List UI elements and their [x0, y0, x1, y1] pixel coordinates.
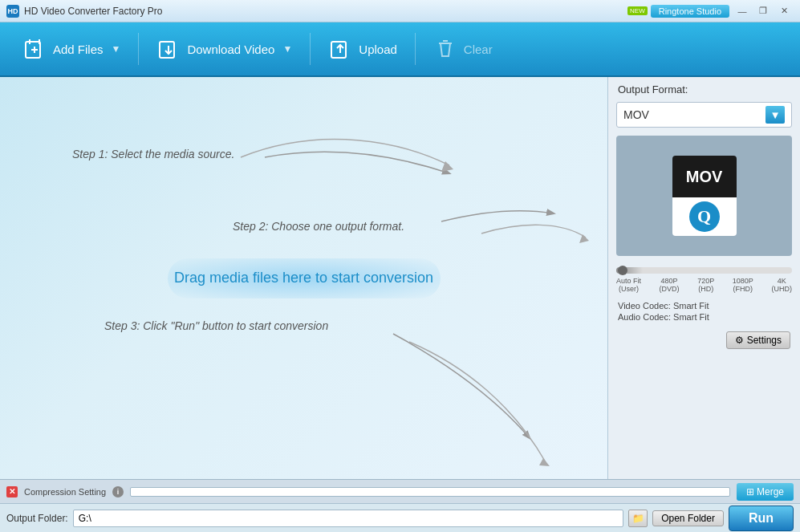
window-controls: — ❐ ✕	[733, 4, 794, 18]
output-folder-label: Output Folder:	[6, 513, 68, 524]
step3-text: Step 3: Click "Run" button to start conv…	[104, 319, 328, 332]
quicktime-circle: Q	[689, 201, 720, 232]
download-video-icon	[156, 37, 181, 61]
quality-480p: 480P(DVD)	[660, 277, 680, 293]
footer-right: Open Folder Run	[652, 506, 794, 531]
clear-icon	[433, 37, 457, 61]
clear-button[interactable]: Clear	[419, 29, 507, 69]
svg-rect-7	[331, 42, 346, 58]
add-files-chevron: ▼	[112, 43, 121, 55]
codec-info: Video Codec: Smart Fit Audio Codec: Smar…	[608, 296, 800, 328]
canvas-area[interactable]: Step 1: Select the media source. Step 2:…	[0, 77, 607, 479]
quality-section: Auto Fit(User) 480P(DVD) 720P(HD) 1080P(…	[608, 261, 800, 296]
ringtone-studio-button[interactable]: Ringtone Studio	[651, 5, 729, 18]
close-button[interactable]: ✕	[774, 4, 794, 18]
app-title: HD Video Converter Factory Pro	[24, 6, 163, 17]
minimize-button[interactable]: —	[733, 4, 752, 18]
audio-codec-label: Audio Codec: Smart Fit	[618, 312, 790, 322]
run-button[interactable]: Run	[729, 506, 794, 531]
download-video-button[interactable]: Download Video ▼	[142, 29, 307, 69]
quality-autofit: Auto Fit(User)	[616, 277, 641, 293]
restore-button[interactable]: ❐	[753, 4, 773, 18]
step1-text: Step 1: Select the media source.	[72, 148, 234, 160]
footer: Output Folder: 📁 Open Folder Run	[0, 503, 800, 532]
progress-bar	[130, 487, 730, 497]
quality-slider-track[interactable]	[616, 267, 792, 274]
format-selector[interactable]: MOV ▼	[616, 102, 792, 128]
info-icon[interactable]: i	[112, 486, 124, 497]
output-folder-input[interactable]	[73, 510, 623, 527]
add-files-button[interactable]: Add Files ▼	[8, 29, 135, 69]
mov-icon-label: MOV	[672, 156, 737, 197]
svg-rect-5	[160, 42, 174, 58]
step2-text: Step 2: Choose one output format.	[233, 220, 404, 233]
compression-label: Compression Setting	[24, 487, 106, 497]
mov-icon: MOV Q	[668, 156, 741, 236]
settings-section: ⚙ Settings	[618, 331, 790, 349]
main-area: Step 1: Select the media source. Step 2:…	[0, 77, 800, 479]
video-codec-label: Video Codec: Smart Fit	[618, 301, 790, 311]
drop-zone[interactable]: Drag media files here to start conversio…	[168, 258, 441, 298]
download-video-chevron: ▼	[282, 43, 292, 55]
quality-1080p: 1080P(FHD)	[733, 277, 753, 293]
open-folder-button[interactable]: Open Folder	[652, 510, 724, 526]
quicktime-q: Q	[697, 206, 711, 227]
title-bar: HD HD Video Converter Factory Pro NEW Ri…	[0, 0, 800, 22]
toolbar-separator-2	[310, 33, 311, 65]
right-panel: Output Format: MOV ▼ MOV Q Auto Fit(User…	[607, 77, 800, 479]
quality-4k: 4K(UHD)	[771, 277, 792, 293]
title-left: HD HD Video Converter Factory Pro	[6, 5, 163, 18]
compression-icon: ✕	[6, 486, 18, 497]
quicktime-logo: Q	[672, 197, 737, 236]
add-files-icon	[22, 37, 47, 61]
bottom-bar: ✕ Compression Setting i ⊞ Merge	[0, 479, 800, 503]
settings-button[interactable]: ⚙ Settings	[726, 331, 790, 349]
selected-format: MOV	[623, 108, 765, 121]
output-format-label: Output Format:	[608, 77, 800, 99]
toolbar-separator-1	[138, 33, 139, 65]
upload-button[interactable]: Upload	[314, 29, 412, 69]
quality-labels: Auto Fit(User) 480P(DVD) 720P(HD) 1080P(…	[616, 277, 792, 293]
app-icon: HD	[6, 5, 19, 18]
upload-icon	[328, 37, 352, 61]
format-preview: MOV Q	[616, 136, 792, 256]
merge-button[interactable]: ⊞ Merge	[737, 483, 794, 501]
format-dropdown-button[interactable]: ▼	[765, 106, 785, 124]
toolbar: Add Files ▼ Download Video ▼ Upload	[0, 22, 800, 77]
title-right: NEW Ringtone Studio — ❐ ✕	[627, 4, 794, 18]
toolbar-separator-3	[415, 33, 416, 65]
quality-720p: 720P(HD)	[697, 277, 714, 293]
quality-thumb[interactable]	[618, 266, 627, 275]
browse-folder-button[interactable]: 📁	[628, 510, 648, 527]
new-badge: NEW	[627, 6, 648, 15]
